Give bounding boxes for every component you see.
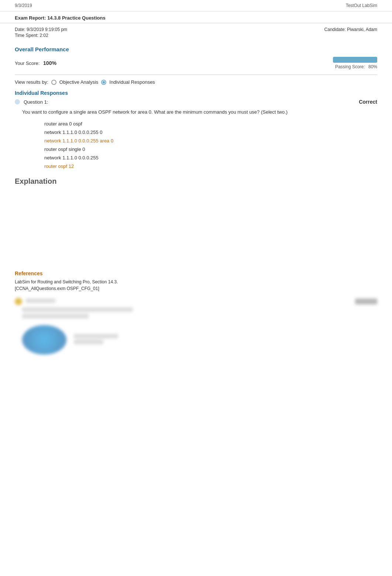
explanation-title: Explanation <box>15 177 377 186</box>
radio-objective-analysis[interactable] <box>51 80 56 85</box>
individual-responses-label[interactable]: Individual Responses <box>109 79 155 85</box>
top-bar: 9/3/2019 TestOut LabSim <box>0 0 392 11</box>
view-results-bar: View results by: Objective Analysis Indi… <box>0 76 392 88</box>
question-1-label: Question 1: <box>24 99 355 105</box>
blurred-question-dot <box>15 298 22 305</box>
explanation-section: Explanation <box>0 172 392 265</box>
passing-score-label: Passing Score: <box>335 64 365 69</box>
score-left: Your Score: 100% <box>15 60 56 66</box>
blurred-text-group <box>74 334 118 346</box>
passing-score-row: Passing Score: 80% <box>335 64 377 69</box>
objective-analysis-label[interactable]: Objective Analysis <box>59 79 99 85</box>
answer-option-5: network 1.1.1.0 0.0.0.255 <box>44 154 377 162</box>
top-bar-date: 9/3/2019 <box>15 3 32 8</box>
blurred-question-header <box>15 298 377 305</box>
blurred-question-label <box>26 299 351 304</box>
blurred-text-4 <box>74 334 118 338</box>
answer-option-6: router ospf 12 <box>44 162 377 170</box>
references-title: References <box>15 270 377 276</box>
answer-option-2: network 1.1.1.0 0.0.0.255 0 <box>44 128 377 137</box>
header-info-left: Date: 9/3/2019 9:19:05 pm Time Spent: 2:… <box>15 27 67 39</box>
top-bar-app-name: TestOut LabSim <box>346 3 377 8</box>
radio-individual-responses[interactable] <box>101 80 106 85</box>
score-value: 100% <box>43 60 56 66</box>
answer-option-3: network 1.1.1.0 0.0.0.255 area 0 <box>44 137 377 145</box>
blurred-badge <box>355 299 377 304</box>
blurred-question-section <box>0 295 392 361</box>
question-1-text: You want to configure a single area OSPF… <box>0 106 392 118</box>
header-info: Date: 9/3/2019 9:19:05 pm Time Spent: 2:… <box>0 23 392 42</box>
header-time-spent: Time Spent: 2:02 <box>15 33 67 38</box>
passing-score-value: 80% <box>368 64 377 69</box>
answer-options: router area 0 ospf network 1.1.1.0 0.0.0… <box>0 118 392 172</box>
score-bar-fill <box>333 57 377 63</box>
references-line1: LabSim for Routing and Switching Pro, Se… <box>15 279 377 285</box>
references-section: References LabSim for Routing and Switch… <box>0 265 392 295</box>
score-section: Your Score: 100% Passing Score: 80% <box>0 55 392 73</box>
blurred-network-image <box>22 325 66 355</box>
score-bar-track <box>333 57 377 63</box>
references-line2: [CCNA_AllQuestions.exm OSPF_CFG_01] <box>15 285 377 292</box>
overall-performance-title: Overall Performance <box>0 42 392 55</box>
exam-title: Exam Report: 14.3.8 Practice Questions <box>15 15 106 21</box>
blurred-text-2 <box>22 307 133 312</box>
view-results-label: View results by: <box>15 79 48 85</box>
exam-title-bar: Exam Report: 14.3.8 Practice Questions <box>0 11 392 23</box>
blurred-text-5 <box>74 340 103 344</box>
question-1-dot <box>15 99 20 104</box>
blurred-text-1 <box>26 299 55 303</box>
correct-badge: Correct <box>359 99 377 105</box>
divider-1 <box>15 75 377 75</box>
references-content: LabSim for Routing and Switching Pro, Se… <box>15 279 377 292</box>
header-candidate: Candidate: Piwarski, Adam <box>324 27 377 39</box>
explanation-content <box>15 189 377 262</box>
answer-option-4: router ospf single 0 <box>44 145 377 154</box>
question-1-header: Question 1: Correct <box>0 97 392 106</box>
answer-option-1: router area 0 ospf <box>44 120 377 128</box>
score-label: Your Score: <box>15 61 39 66</box>
blurred-text-3 <box>22 314 89 318</box>
blurred-content <box>15 307 377 358</box>
header-date: Date: 9/3/2019 9:19:05 pm <box>15 27 67 32</box>
score-bar-area: Passing Score: 80% <box>333 57 377 69</box>
score-bar-container <box>333 57 377 63</box>
individual-responses-title: Individual Responses <box>0 88 392 97</box>
blurred-image-row <box>22 321 377 358</box>
